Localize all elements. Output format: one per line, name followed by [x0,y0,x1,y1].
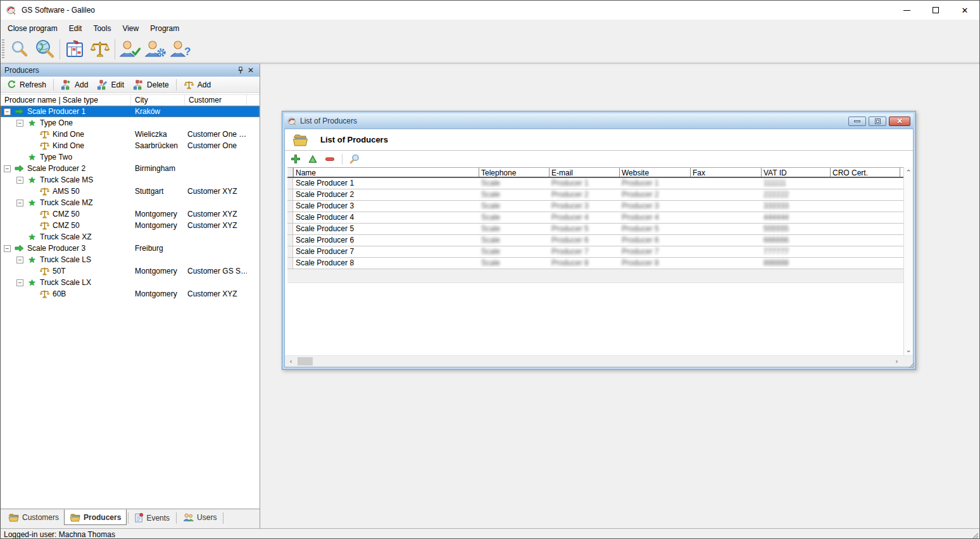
tree-row-scale-producer-2-5[interactable]: −Scale Producer 2Birmingham [1,163,260,174]
user-settings-button[interactable] [142,38,168,61]
horizontal-scroll-thumb[interactable] [298,357,313,365]
tab-producers[interactable]: Producers [64,509,127,525]
minimize-button[interactable] [892,1,921,20]
search-button[interactable] [7,38,32,61]
mdi-close-button[interactable]: ✕ [889,117,910,126]
tree-collapse-toggle[interactable]: − [16,200,23,206]
user-confirm-button[interactable] [117,38,142,61]
grid-row-scale-producer-4[interactable]: Scale Producer 4ScaleProducer 4Producer … [287,212,903,224]
edit-button-2[interactable]: Edit [92,78,129,92]
scroll-up-icon[interactable]: ⌃ [904,168,913,177]
tab-users[interactable]: Users [178,511,222,524]
tree-row-truck-scale-ls-13[interactable]: −★Truck Scale LS [1,254,260,265]
column-header-telephone[interactable]: Telephone [479,168,549,177]
grid-row-scale-producer-2[interactable]: Scale Producer 2ScaleProducer 2Producer … [287,189,903,201]
vertical-scrollbar[interactable]: ⌃ ⌄ [903,167,913,355]
menu-item-close-program[interactable]: Close program [2,21,63,36]
grid-cell-telephone: Scale [479,235,549,246]
column-header-city[interactable]: City [131,95,185,105]
tab-customers[interactable]: Customers [3,511,64,524]
row-selector[interactable] [287,212,293,223]
refresh-button-0[interactable]: Refresh [3,78,51,91]
column-header-producer-name[interactable]: Producer name | Scale type [1,95,131,105]
tree-row-cmz-50-9[interactable]: CMZ 50MontgomeryCustomer XYZ [1,208,260,220]
tree-row-50t-14[interactable]: 50TMontgomeryCustomer GS S… [1,265,260,277]
tree-collapse-toggle[interactable]: − [4,108,11,115]
grid-row-scale-producer-5[interactable]: Scale Producer 5ScaleProducer 5Producer … [287,224,903,235]
mdi-restore-button[interactable] [869,117,886,126]
grid-cell-fax [690,224,761,234]
row-selector[interactable] [287,235,293,246]
user-help-button[interactable]: ? [168,38,193,61]
tree-collapse-toggle[interactable]: − [16,257,23,263]
add-button-1[interactable]: Add [56,78,92,92]
tree-row-scale-producer-1-0[interactable]: −Scale Producer 1Kraków [1,106,260,117]
horizontal-scrollbar[interactable]: ‹ › [285,355,913,367]
grid-row-scale-producer-7[interactable]: Scale Producer 7ScaleProducer 7Producer … [287,246,903,258]
scale-kind-icon [39,129,50,139]
row-selector[interactable] [287,258,293,269]
menu-item-view[interactable]: View [116,21,144,36]
menu-item-edit[interactable]: Edit [63,21,88,36]
grid-row-scale-producer-6[interactable]: Scale Producer 6ScaleProducer 6Producer … [287,235,903,246]
scroll-down-icon[interactable]: ⌄ [904,345,913,355]
tree-row-kind-one-2[interactable]: Kind OneWieliczkaCustomer One … [1,129,260,140]
delete-button-3[interactable]: Delete [129,78,173,92]
tree-collapse-toggle[interactable]: − [4,165,11,172]
row-selector[interactable] [287,224,293,234]
column-header-name[interactable]: Name [293,168,479,177]
tree-row-truck-scale-mz-8[interactable]: −★Truck Scale MZ [1,197,260,208]
tree-row-ams-50-7[interactable]: AMS 50StuttgartCustomer XYZ [1,186,260,197]
column-header-cro-cert-[interactable]: CRO Cert. [830,168,900,177]
window-resize-grip[interactable] [971,531,979,539]
search-rows-button[interactable] [349,153,360,165]
row-selector[interactable] [287,201,293,212]
tree-row-truck-scale-ms-6[interactable]: −★Truck Scale MS [1,174,260,186]
row-selector[interactable] [287,178,293,189]
scale-kind-icon [39,186,50,196]
panel-close-icon[interactable]: ✕ [246,65,256,75]
column-header-customer[interactable]: Customer [185,95,247,105]
maximize-button[interactable] [921,1,950,20]
tree-row-type-two-4[interactable]: ★Type Two [1,151,260,163]
pin-icon[interactable] [236,65,246,75]
column-header-vat-id[interactable]: VAT ID [761,168,830,177]
tree-row-truck-scale-xz-11[interactable]: ★Truck Scale XZ [1,231,260,243]
scroll-right-icon[interactable]: › [892,356,901,367]
tree-row-60b-16[interactable]: 60BMontgomeryCustomer XYZ [1,288,260,300]
scroll-left-icon[interactable]: ‹ [286,356,296,367]
close-button[interactable]: ✕ [950,1,979,20]
tree-collapse-toggle[interactable]: − [16,279,23,286]
scales-button[interactable] [87,38,113,61]
tree-row-kind-one-3[interactable]: Kind OneSaarbrückenCustomer One [1,140,260,151]
grid-row-scale-producer-8[interactable]: Scale Producer 8ScaleProducer 8Producer … [287,258,903,269]
menu-item-program[interactable]: Program [144,21,185,36]
tree-row-cmz-50-10[interactable]: CMZ 50MontgomeryCustomer XYZ [1,220,260,231]
delete-row-button[interactable] [324,153,336,165]
column-header-e-mail[interactable]: E-mail [549,168,619,177]
tree-collapse-toggle[interactable]: − [16,120,23,127]
search-advanced-button[interactable] [32,38,58,61]
menu-item-tools[interactable]: Tools [87,21,116,36]
mdi-resize-grip[interactable] [907,361,915,369]
edit-row-button[interactable] [307,153,318,165]
row-selector[interactable] [287,189,293,200]
mdi-title-bar[interactable]: List of Producers ✕ [284,113,914,129]
grid-cell-value: 777777 [763,246,789,257]
tree-row-scale-producer-3-12[interactable]: −Scale Producer 3Freiburg [1,243,260,254]
tree-collapse-toggle[interactable]: − [4,245,11,252]
grid-row-scale-producer-1[interactable]: Scale Producer 1ScaleProducer 1Producer … [287,178,903,189]
column-header-website[interactable]: Website [619,168,690,177]
producers-table-button[interactable] [62,38,87,61]
tree-row-type-one-1[interactable]: −★Type One [1,117,260,129]
row-selector[interactable] [287,246,293,257]
tree-collapse-toggle[interactable]: − [16,177,23,184]
column-header-fax[interactable]: Fax [690,168,761,177]
tab-events[interactable]: Events [130,511,175,525]
toolbar-grip[interactable] [2,39,4,60]
grid-row-scale-producer-3[interactable]: Scale Producer 3ScaleProducer 3Producer … [287,201,903,212]
mdi-minimize-button[interactable] [848,117,866,126]
add-button-4[interactable]: Add [179,78,215,92]
add-row-button[interactable] [290,153,301,165]
tree-row-truck-scale-lx-15[interactable]: −★Truck Scale LX [1,277,260,288]
